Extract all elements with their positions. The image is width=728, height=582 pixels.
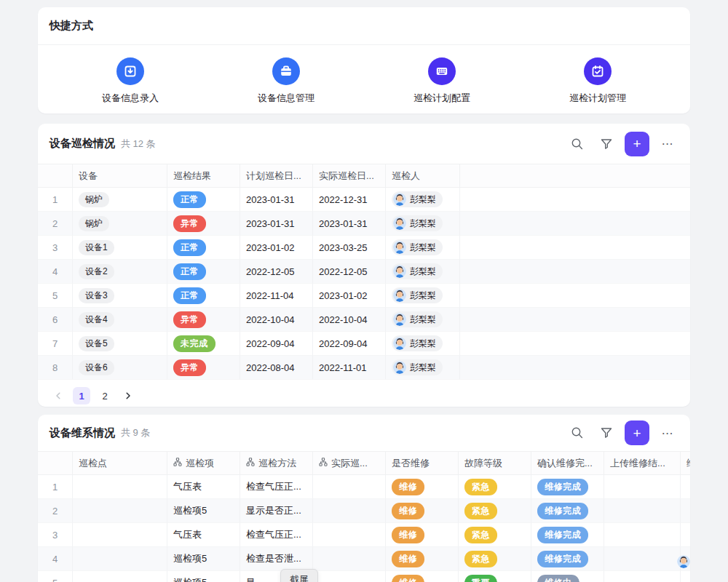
column-header[interactable]: 实际巡检日... bbox=[313, 164, 386, 187]
column-header[interactable]: 故障等级 bbox=[459, 452, 531, 474]
column-header[interactable]: 上传维修结... bbox=[604, 452, 681, 474]
table-cell[interactable]: 2022-12-05 bbox=[240, 260, 313, 284]
table-cell[interactable]: 锅炉 bbox=[73, 212, 167, 236]
table-cell[interactable] bbox=[460, 332, 690, 356]
table-cell[interactable]: 维修 bbox=[386, 547, 459, 571]
table-cell[interactable] bbox=[604, 571, 681, 582]
column-header[interactable]: 巡检方法 bbox=[240, 452, 313, 474]
more-icon[interactable]: ⋯ bbox=[657, 133, 678, 155]
table-cell[interactable] bbox=[73, 523, 167, 547]
table-cell[interactable]: 巡检项5 bbox=[167, 547, 240, 571]
table-cell[interactable]: 2022-09-04 bbox=[313, 332, 386, 356]
table-cell[interactable]: 维修 bbox=[386, 499, 459, 523]
column-header[interactable]: 设备 bbox=[73, 164, 167, 187]
table-cell[interactable] bbox=[604, 523, 681, 547]
table-cell[interactable]: 设备5 bbox=[73, 332, 167, 356]
more-icon[interactable]: ⋯ bbox=[657, 422, 678, 444]
search-icon[interactable] bbox=[566, 422, 588, 444]
table-cell[interactable] bbox=[313, 523, 386, 547]
table-cell[interactable]: 2022-12-05 bbox=[313, 260, 386, 284]
table-cell[interactable]: 正常 bbox=[167, 236, 240, 260]
add-record-button[interactable]: + bbox=[625, 420, 649, 445]
shortcut-item-4[interactable]: 巡检计划管理 bbox=[520, 49, 676, 105]
table-cell[interactable] bbox=[460, 236, 690, 260]
table-cell[interactable]: 检查气压正... bbox=[240, 523, 313, 547]
table-cell[interactable] bbox=[313, 571, 386, 582]
column-header[interactable]: 巡检结果 bbox=[167, 164, 240, 187]
table-cell[interactable]: 气压表 bbox=[167, 523, 240, 547]
table-cell[interactable]: 设备6 bbox=[73, 356, 167, 380]
table-cell[interactable]: 2022-09-04 bbox=[240, 332, 313, 356]
filter-icon[interactable] bbox=[596, 422, 617, 444]
table-cell[interactable] bbox=[460, 308, 690, 332]
page-button-1[interactable]: 1 bbox=[73, 387, 90, 404]
table-cell[interactable]: 维修完成 bbox=[531, 523, 604, 547]
table-cell[interactable]: 未完成 bbox=[167, 332, 240, 356]
column-header[interactable]: 巡检人 bbox=[386, 164, 460, 187]
table-cell[interactable]: 彭梨梨 bbox=[386, 188, 460, 212]
table-cell[interactable]: 紧急 bbox=[459, 523, 531, 547]
table-cell[interactable]: 检查是否泄... bbox=[240, 547, 313, 571]
table-cell[interactable] bbox=[313, 499, 386, 523]
table-cell[interactable]: 设备2 bbox=[73, 260, 167, 284]
page-button-2[interactable]: 2 bbox=[96, 387, 114, 404]
table-cell[interactable] bbox=[313, 475, 386, 499]
search-icon[interactable] bbox=[566, 133, 588, 155]
table-cell[interactable] bbox=[73, 571, 167, 582]
column-header[interactable]: 实际巡... bbox=[313, 452, 386, 474]
table-cell[interactable]: 显示是否正... bbox=[240, 499, 313, 523]
table-cell[interactable] bbox=[313, 547, 386, 571]
filter-icon[interactable] bbox=[596, 133, 617, 155]
table-cell[interactable]: 正常 bbox=[167, 284, 240, 308]
table-cell[interactable] bbox=[604, 475, 681, 499]
table-cell[interactable]: 彭梨梨 bbox=[386, 284, 460, 308]
table-cell[interactable]: 设备4 bbox=[73, 308, 167, 332]
add-record-button[interactable]: + bbox=[625, 132, 649, 156]
table-cell[interactable]: 2022-08-04 bbox=[240, 356, 313, 380]
table-cell[interactable] bbox=[73, 475, 167, 499]
table-cell[interactable]: 2023-01-31 bbox=[240, 212, 313, 236]
table-cell[interactable]: 维修 bbox=[386, 475, 459, 499]
table-cell[interactable]: 维修 bbox=[386, 571, 459, 582]
table-cell[interactable]: 2023-01-31 bbox=[313, 212, 386, 236]
table-cell[interactable] bbox=[681, 523, 690, 547]
table-cell[interactable]: 2022-11-01 bbox=[313, 356, 386, 380]
table-cell[interactable]: 紧急 bbox=[459, 499, 531, 523]
column-header[interactable]: 计划巡检日... bbox=[240, 164, 313, 187]
table-cell[interactable] bbox=[681, 475, 690, 499]
table-cell[interactable]: 紧急 bbox=[459, 547, 531, 571]
table-cell[interactable] bbox=[73, 499, 167, 523]
table-cell[interactable]: 异常 bbox=[167, 356, 240, 380]
table-cell[interactable]: 正常 bbox=[167, 260, 240, 284]
chevron-right-icon[interactable] bbox=[119, 387, 137, 404]
table-cell[interactable]: 气压表 bbox=[167, 475, 240, 499]
table-cell[interactable]: 巡检项5 bbox=[167, 499, 240, 523]
table-cell[interactable] bbox=[681, 571, 690, 582]
table-cell[interactable]: 设备3 bbox=[73, 284, 167, 308]
table-cell[interactable] bbox=[460, 356, 690, 380]
table-cell[interactable]: 彭梨梨 bbox=[386, 212, 460, 236]
table-cell[interactable]: 检查气压正... bbox=[240, 475, 313, 499]
table-cell[interactable]: 维修 bbox=[386, 523, 459, 547]
table-cell[interactable] bbox=[604, 499, 681, 523]
table-cell[interactable]: 2022-10-04 bbox=[240, 308, 313, 332]
table-cell[interactable]: 维修完成 bbox=[531, 475, 604, 499]
table-cell[interactable]: 巡检项5 bbox=[167, 571, 240, 582]
chevron-left-icon[interactable] bbox=[50, 387, 67, 404]
column-header[interactable]: 维 bbox=[681, 452, 690, 474]
table-cell[interactable] bbox=[460, 260, 690, 284]
table-cell[interactable]: 重要 bbox=[459, 571, 531, 582]
table-cell[interactable] bbox=[460, 284, 690, 308]
table-cell[interactable]: 彭梨梨 bbox=[386, 308, 460, 332]
table-cell[interactable]: 异常 bbox=[167, 308, 240, 332]
table-cell[interactable]: 异常 bbox=[167, 212, 240, 236]
column-header[interactable]: 巡检项 bbox=[167, 452, 240, 474]
table-cell[interactable]: 2022-12-31 bbox=[313, 188, 386, 212]
shortcut-item-2[interactable]: 设备信息管理 bbox=[208, 49, 364, 105]
table-cell[interactable]: 锅炉 bbox=[73, 188, 167, 212]
table-cell[interactable] bbox=[73, 547, 167, 571]
table-cell[interactable]: 彭梨梨 bbox=[386, 260, 460, 284]
table-cell[interactable]: 维修完成 bbox=[531, 547, 604, 571]
table-cell[interactable] bbox=[460, 188, 690, 212]
table-cell[interactable]: 2022-10-04 bbox=[313, 308, 386, 332]
